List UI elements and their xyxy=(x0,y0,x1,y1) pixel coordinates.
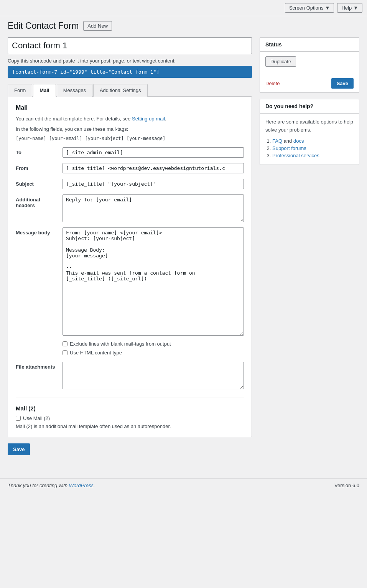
sidebar-actions: Delete Save xyxy=(260,74,359,92)
mail2-desc: Mail (2) is an additional mail template … xyxy=(16,423,244,429)
help-box-content: Here are some available options to help … xyxy=(260,114,359,165)
form-title-input[interactable] xyxy=(8,37,252,54)
use-mail2-checkbox[interactable] xyxy=(16,416,21,421)
version-text: Version 6.0 xyxy=(334,483,359,488)
help-title: Do you need help? xyxy=(260,99,359,114)
save-button-bottom[interactable]: Save xyxy=(8,443,30,455)
docs-link[interactable]: docs xyxy=(293,138,304,144)
from-label: From xyxy=(16,163,58,171)
footer-text: Thank you for creating with WordPress. xyxy=(8,483,95,488)
additional-headers-textarea[interactable]: Reply-To: [your-email] xyxy=(63,194,244,222)
tab-messages[interactable]: Messages xyxy=(57,84,92,97)
status-title: Status xyxy=(260,38,359,52)
page-title: Edit Contact Form xyxy=(8,21,79,31)
message-body-textarea[interactable]: From: [your-name] <[your-email]> Subject… xyxy=(63,227,244,336)
tab-bar: Form Mail Messages Additional Settings xyxy=(8,84,252,97)
to-input[interactable] xyxy=(63,147,244,158)
to-field-row: To xyxy=(16,147,244,158)
tab-mail[interactable]: Mail xyxy=(33,84,56,97)
mail2-section: Mail (2) Use Mail (2) Mail (2) is an add… xyxy=(16,405,244,429)
file-attachments-label: File attachments xyxy=(16,362,58,370)
subject-label: Subject xyxy=(16,179,58,187)
additional-headers-label: Additional headers xyxy=(16,194,58,208)
use-mail2-label: Use Mail (2) xyxy=(23,415,50,421)
list-item: Professional services xyxy=(272,153,354,158)
help-label: Help xyxy=(341,5,352,11)
exclude-blank-checkbox[interactable] xyxy=(63,341,67,346)
use-html-checkbox[interactable] xyxy=(63,350,67,355)
shortcode-label: Copy this shortcode and paste it into yo… xyxy=(8,58,252,64)
delete-link[interactable]: Delete xyxy=(265,81,280,86)
file-attachments-textarea[interactable] xyxy=(63,362,244,389)
tab-additional-settings[interactable]: Additional Settings xyxy=(93,84,148,97)
mail-section-title: Mail xyxy=(16,104,244,111)
professional-services-link[interactable]: Professional services xyxy=(272,153,319,158)
mail-tags: [your-name] [your-email] [your-subject] … xyxy=(16,136,244,141)
tab-form[interactable]: Form xyxy=(8,84,32,97)
save-button-sidebar[interactable]: Save xyxy=(331,78,354,89)
use-html-row: Use HTML content type xyxy=(63,350,244,356)
duplicate-button[interactable]: Duplicate xyxy=(265,56,296,67)
screen-options-chevron: ▼ xyxy=(325,5,330,11)
subject-field-row: Subject xyxy=(16,179,244,189)
message-body-field-row: Message body From: [your-name] <[your-em… xyxy=(16,227,244,336)
additional-headers-field-row: Additional headers Reply-To: [your-email… xyxy=(16,194,244,222)
use-mail2-row: Use Mail (2) xyxy=(16,415,244,421)
add-new-button[interactable]: Add New xyxy=(83,21,112,31)
sidebar: Status Duplicate Delete Save Do you need… xyxy=(260,37,359,171)
help-desc: Here are some available options to help … xyxy=(265,118,354,134)
mail-section-desc1: You can edit the mail template here. For… xyxy=(16,115,244,123)
to-label: To xyxy=(16,147,58,155)
footer: Thank you for creating with WordPress. V… xyxy=(0,478,367,492)
wordpress-link[interactable]: WordPress xyxy=(69,483,94,488)
shortcode-box[interactable]: [contact-form-7 id="1999" title="Contact… xyxy=(8,66,252,78)
exclude-blank-row: Exclude lines with blank mail-tags from … xyxy=(63,341,244,347)
help-chevron: ▼ xyxy=(353,5,358,11)
setting-up-mail-link[interactable]: Setting up mail xyxy=(132,116,165,122)
help-list: FAQ and docs Support forums Professional… xyxy=(265,138,354,158)
status-box-content: Duplicate xyxy=(260,52,359,74)
mail-section-desc2: In the following fields, you can use the… xyxy=(16,125,244,133)
list-item: FAQ and docs xyxy=(272,138,354,144)
help-button[interactable]: Help ▼ xyxy=(337,3,362,13)
from-input[interactable] xyxy=(63,163,244,173)
subject-input[interactable] xyxy=(63,179,244,189)
use-html-label: Use HTML content type xyxy=(70,350,122,356)
tab-content-mail: Mail You can edit the mail template here… xyxy=(8,96,252,437)
file-attachments-field-row: File attachments xyxy=(16,362,244,389)
list-item: Support forums xyxy=(272,145,354,151)
help-box: Do you need help? Here are some availabl… xyxy=(260,99,359,165)
mail2-title: Mail (2) xyxy=(16,405,244,412)
mail-divider xyxy=(16,397,244,397)
support-forums-link[interactable]: Support forums xyxy=(272,145,306,151)
message-body-label: Message body xyxy=(16,227,58,236)
faq-link[interactable]: FAQ xyxy=(272,138,282,144)
screen-options-label: Screen Options xyxy=(289,5,324,11)
screen-options-button[interactable]: Screen Options ▼ xyxy=(285,3,334,13)
exclude-blank-label: Exclude lines with blank mail-tags from … xyxy=(70,341,171,347)
from-field-row: From xyxy=(16,163,244,173)
status-box: Status Duplicate Delete Save xyxy=(260,37,359,93)
